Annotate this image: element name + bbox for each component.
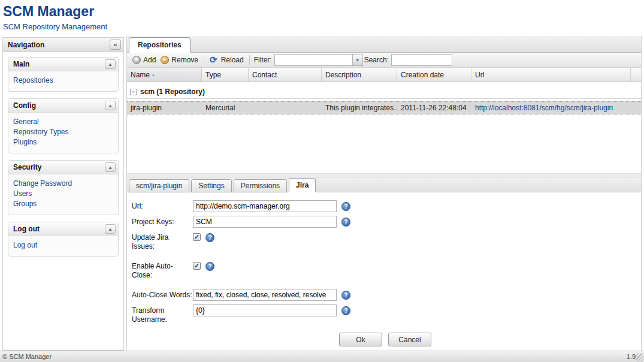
cell-description: This plugin integrates… (322, 104, 397, 112)
sidebar-item-plugins[interactable]: Plugins (13, 137, 113, 147)
nav-section-security-items: Change Password Users Groups (8, 174, 118, 215)
nav-section-logout-header[interactable]: Log out ▴ (8, 222, 118, 236)
tab-scm-jira-plugin[interactable]: scm/jira-plugin (129, 179, 189, 192)
app-title: SCM Manager (3, 4, 94, 20)
enable-auto-close-checkbox[interactable]: ✓ (193, 262, 201, 270)
transform-username-field[interactable] (193, 304, 337, 316)
navigation-panel-body: Main ▴ Repositories Config ▴ General Rep… (3, 52, 123, 268)
version-text: 1.9 (627, 353, 636, 360)
cell-url-link[interactable]: http://localhost:8081/scm/hg/scm/jira-pl… (471, 104, 631, 112)
sidebar-item-logout[interactable]: Log out (13, 240, 113, 251)
column-header-label: Contact (252, 71, 277, 79)
add-button[interactable]: + Add (130, 55, 158, 65)
table-row-jira-plugin[interactable]: jira-plugin Mercurial This plugin integr… (127, 101, 641, 114)
url-label: Url: (132, 200, 193, 211)
column-header-label: Url (475, 71, 484, 79)
cell-type: Mercurial (202, 104, 249, 112)
cell-name: jira-plugin (127, 104, 202, 112)
help-icon[interactable]: ? (205, 233, 214, 242)
group-collapse-icon[interactable]: − (130, 89, 137, 95)
update-jira-issues-label: Update Jira Issues: (132, 231, 193, 251)
jira-settings-form: Url: ? Project Keys: ? Update Jira Issue… (127, 192, 641, 351)
spacer (132, 255, 641, 260)
sidebar-item-repository-types[interactable]: Repository Types (13, 127, 113, 137)
resize-grip-icon[interactable] (636, 354, 643, 361)
column-header-label: Name (131, 71, 150, 79)
reload-button[interactable]: ⟳ Reload (207, 54, 246, 66)
ok-button[interactable]: Ok (339, 333, 382, 346)
form-row-url: Url: ? (132, 200, 641, 212)
remove-button-label: Remove (171, 56, 198, 64)
spacer (132, 283, 641, 289)
url-field[interactable] (193, 200, 337, 212)
check-icon: ✓ (194, 233, 199, 241)
navigation-panel: Navigation « Main ▴ Repositories Config … (2, 37, 124, 351)
help-icon[interactable]: ? (341, 202, 350, 211)
cell-creation-date: 2011-11-26 22:48:04 (397, 104, 471, 112)
column-header-creation-date[interactable]: Creation date (397, 68, 471, 82)
repositories-grid: − scm (1 Repository) jira-plugin Mercuri… (127, 82, 641, 173)
enable-auto-close-label: Enable Auto-Close: (132, 260, 193, 280)
reload-icon: ⟳ (210, 55, 217, 65)
sidebar-item-change-password[interactable]: Change Password (13, 179, 113, 189)
help-icon[interactable]: ? (205, 262, 214, 271)
help-icon[interactable]: ? (341, 218, 350, 227)
group-row-scm[interactable]: − scm (1 Repository) (127, 82, 641, 99)
nav-section-config: Config ▴ General Repository Types Plugin… (8, 98, 119, 153)
chevron-down-icon[interactable]: ▾ (352, 54, 363, 66)
sort-asc-icon: ▴ (152, 72, 155, 77)
sidebar-item-groups[interactable]: Groups (13, 199, 113, 209)
add-button-label: Add (143, 56, 156, 64)
remove-button[interactable]: − Remove (158, 55, 201, 65)
main-tabstrip: Repositories (127, 36, 641, 53)
nav-section-logout-items: Log out (8, 236, 118, 256)
column-header-contact[interactable]: Contact (249, 68, 322, 82)
column-header-label: Type (205, 71, 221, 79)
sidebar-item-users[interactable]: Users (13, 189, 113, 199)
column-header-description[interactable]: Description (322, 68, 397, 82)
form-row-project-keys: Project Keys: ? (132, 216, 641, 228)
nav-section-security-header[interactable]: Security ▴ (8, 161, 118, 174)
chevron-up-icon[interactable]: ▴ (105, 101, 116, 110)
toolbar-separator (249, 55, 250, 65)
cancel-button[interactable]: Cancel (388, 333, 431, 346)
nav-section-logout: Log out ▴ Log out (8, 222, 119, 257)
search-input[interactable] (391, 54, 452, 66)
column-header-type[interactable]: Type (202, 68, 249, 82)
column-header-name[interactable]: Name ▴ (127, 68, 202, 82)
nav-section-security: Security ▴ Change Password Users Groups (8, 160, 119, 215)
sidebar-item-general[interactable]: General (13, 117, 113, 127)
navigation-panel-header: Navigation « (3, 38, 123, 52)
chevron-up-icon[interactable]: ▴ (105, 162, 116, 172)
auto-close-words-field[interactable] (193, 289, 337, 301)
chevron-up-icon[interactable]: ▴ (105, 224, 116, 234)
nav-section-main-header[interactable]: Main ▴ (8, 58, 118, 71)
tab-permissions[interactable]: Permissions (234, 179, 287, 192)
tab-settings[interactable]: Settings (191, 179, 231, 192)
project-keys-field[interactable] (193, 216, 337, 228)
nav-section-config-items: General Repository Types Plugins (8, 113, 118, 153)
tab-jira[interactable]: Jira (289, 178, 316, 192)
help-icon[interactable]: ? (341, 306, 350, 315)
update-jira-issues-checkbox[interactable]: ✓ (193, 233, 201, 241)
filter-input[interactable] (274, 54, 352, 66)
sidebar-item-repositories[interactable]: Repositories (13, 76, 113, 86)
app-subtitle: SCM Repository Management (3, 22, 107, 31)
tab-repositories[interactable]: Repositories (129, 37, 191, 53)
column-header-url[interactable]: Url (471, 68, 631, 82)
nav-section-label: Main (13, 60, 29, 68)
nav-section-config-header[interactable]: Config ▴ (8, 99, 118, 113)
nav-section-main-items: Repositories (8, 71, 118, 91)
chevron-up-icon[interactable]: ▴ (105, 59, 116, 69)
column-header-spacer (631, 68, 641, 82)
panel-collapse-icon[interactable]: « (110, 40, 121, 50)
form-row-auto-close-words: Auto-Close Words: ? (132, 289, 641, 301)
navigation-title: Navigation (8, 41, 44, 49)
help-icon[interactable]: ? (341, 291, 350, 300)
form-row-enable-auto-close: Enable Auto-Close: ✓ ? (132, 260, 641, 280)
group-row-label: scm (1 Repository) (140, 88, 205, 96)
reload-button-label: Reload (221, 56, 244, 64)
app-header: SCM Manager SCM Repository Management (0, 0, 644, 35)
search-label: Search: (364, 56, 389, 64)
grid-header: Name ▴ Type Contact Description Creation… (127, 68, 641, 82)
